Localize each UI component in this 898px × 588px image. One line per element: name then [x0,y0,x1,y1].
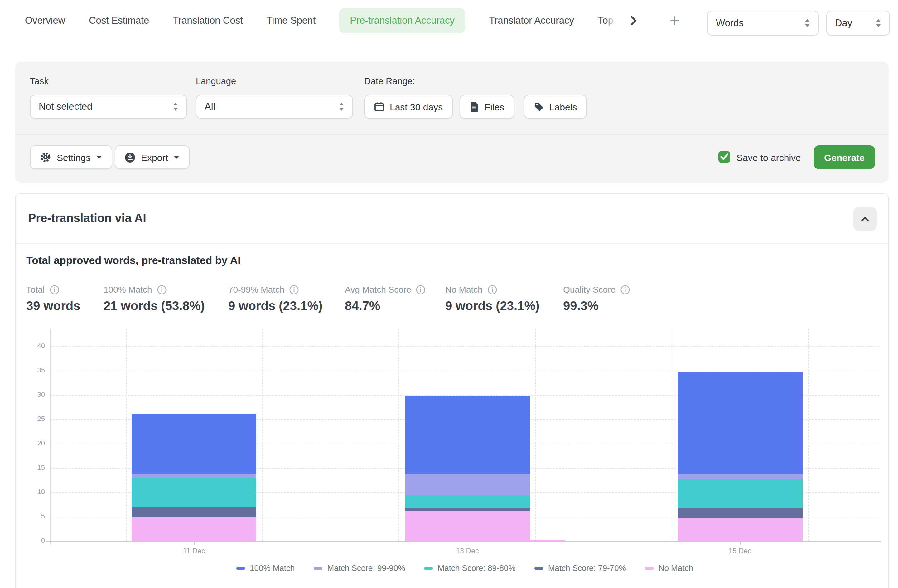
unit-select[interactable]: Words [707,11,819,35]
legend-label: 100% Match [250,563,295,573]
language-label: Language [196,76,236,86]
stat-value: 9 words (23.1%) [445,299,540,313]
task-label: Task [30,76,49,86]
language-select[interactable]: All [196,95,353,119]
language-select-value: All [205,101,215,112]
task-select[interactable]: Not selected [30,95,187,119]
settings-button-label: Settings [57,152,91,163]
stat-value: 39 words [26,299,80,313]
chart-section-title: Total approved words, pre-translated by … [26,254,241,267]
sort-arrows-icon [875,19,881,28]
stat-label: 70-99% Match [228,285,284,294]
analytics-page: Overview Cost Estimate Translation Cost … [0,0,898,588]
stat-label: Total [26,285,45,294]
gear-icon [40,152,51,163]
tab-translation-cost[interactable]: Translation Cost [173,15,243,26]
legend-item[interactable]: No Match [645,563,693,573]
check-icon [720,154,728,160]
date-range-value: Last 30 days [390,102,443,112]
plus-icon [670,15,680,25]
legend-color-dash [645,567,654,569]
tag-icon [534,102,544,112]
caret-down-icon [174,155,180,159]
stat-avg-match-score: Avg Match Score 84.7% [345,285,426,313]
stat-value: 99.3% [563,299,630,313]
stat-70-99-match: 70-99% Match 9 words (23.1%) [228,285,322,313]
unit-select-value: Words [716,17,744,29]
info-icon[interactable] [487,285,497,294]
legend-item[interactable]: Match Score: 99-90% [314,563,405,573]
legend-item[interactable]: Match Score: 79-70% [534,563,626,573]
chevron-right-icon [630,15,638,25]
stat-label: Quality Score [563,285,615,294]
file-icon [470,102,479,112]
legend-color-dash [424,567,433,569]
period-select-value: Day [835,17,852,29]
stat-label: Avg Match Score [345,285,411,294]
tab-cost-estimate[interactable]: Cost Estimate [89,15,149,26]
export-button-label: Export [141,152,168,163]
legend-label: Match Score: 99-90% [328,563,405,573]
chart-legend: 100% MatchMatch Score: 99-90%Match Score… [50,563,879,573]
tab-overview[interactable]: Overview [25,15,65,26]
labels-filter-button[interactable]: Labels [524,95,587,119]
stat-no-match: No Match 9 words (23.1%) [445,285,540,313]
tab-fade-overlay [605,15,617,26]
date-range-button[interactable]: Last 30 days [364,95,453,119]
stat-value: 84.7% [345,299,426,313]
period-select[interactable]: Day [826,11,890,35]
download-icon [125,152,135,163]
legend-label: Match Score: 89-80% [438,563,516,573]
pre-translation-panel: Pre-translation via AI Total approved wo… [15,193,889,588]
add-tab-button[interactable] [670,15,680,25]
panel-title: Pre-translation via AI [28,211,146,225]
filters-divider [15,134,889,135]
tab-top-truncated[interactable]: Top [598,15,617,26]
legend-item[interactable]: 100% Match [236,563,295,573]
legend-color-dash [534,567,543,569]
sort-arrows-icon [173,102,178,111]
panel-header-divider [15,243,888,244]
tab-translator-accuracy[interactable]: Translator Accuracy [489,15,574,26]
stat-total: Total 39 words [26,285,80,313]
stat-100-match: 100% Match 21 words (53.8%) [103,285,205,313]
caret-down-icon [96,155,102,159]
info-icon[interactable] [416,285,426,294]
task-select-value: Not selected [38,101,92,112]
tab-pre-translation-accuracy[interactable]: Pre-translation Accuracy [339,8,465,33]
info-icon[interactable] [621,285,630,294]
calendar-icon [374,102,384,112]
files-button-label: Files [484,102,504,112]
labels-button-label: Labels [549,102,577,112]
sort-arrows-icon [804,19,810,28]
info-icon[interactable] [49,285,59,294]
legend-label: Match Score: 79-70% [548,563,626,573]
stat-label: 100% Match [103,285,152,294]
stat-quality-score: Quality Score 99.3% [563,285,630,313]
tabs-scroll-right-button[interactable] [630,15,638,25]
stat-value: 9 words (23.1%) [228,299,322,313]
info-icon[interactable] [157,285,166,294]
sort-arrows-icon [338,102,344,111]
stat-value: 21 words (53.8%) [103,299,205,313]
tab-time-spent[interactable]: Time Spent [267,15,315,26]
stat-label: No Match [445,285,483,294]
generate-button[interactable]: Generate [814,145,875,169]
files-filter-button[interactable]: Files [460,95,514,119]
save-to-archive-checkbox[interactable] [718,151,730,163]
save-to-archive-label[interactable]: Save to archive [737,152,801,163]
chevron-up-icon [861,216,869,222]
info-icon[interactable] [290,285,299,294]
settings-button[interactable]: Settings [30,145,112,169]
export-button[interactable]: Export [115,145,190,169]
legend-color-dash [236,567,245,569]
date-range-label: Date Range: [364,76,415,86]
legend-item[interactable]: Match Score: 89-80% [424,563,516,573]
legend-color-dash [314,567,322,569]
legend-label: No Match [658,563,693,573]
collapse-panel-button[interactable] [853,207,877,231]
